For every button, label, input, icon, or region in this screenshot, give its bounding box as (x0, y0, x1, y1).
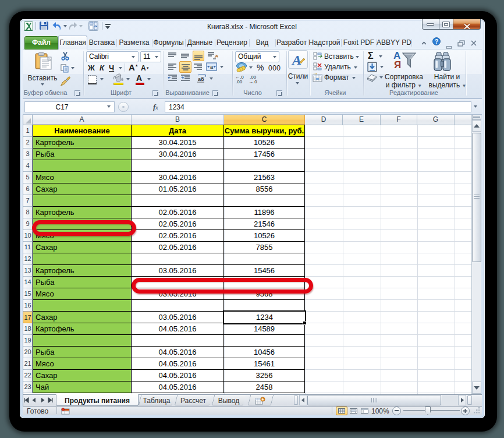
svg-text:аб: аб (198, 76, 204, 82)
svg-text:А: А (292, 52, 301, 67)
svg-text:,00: ,00 (236, 79, 243, 84)
svg-text:Я: Я (394, 59, 401, 70)
svg-text:?: ? (435, 38, 438, 45)
svg-text:→,0: →,0 (249, 79, 257, 84)
